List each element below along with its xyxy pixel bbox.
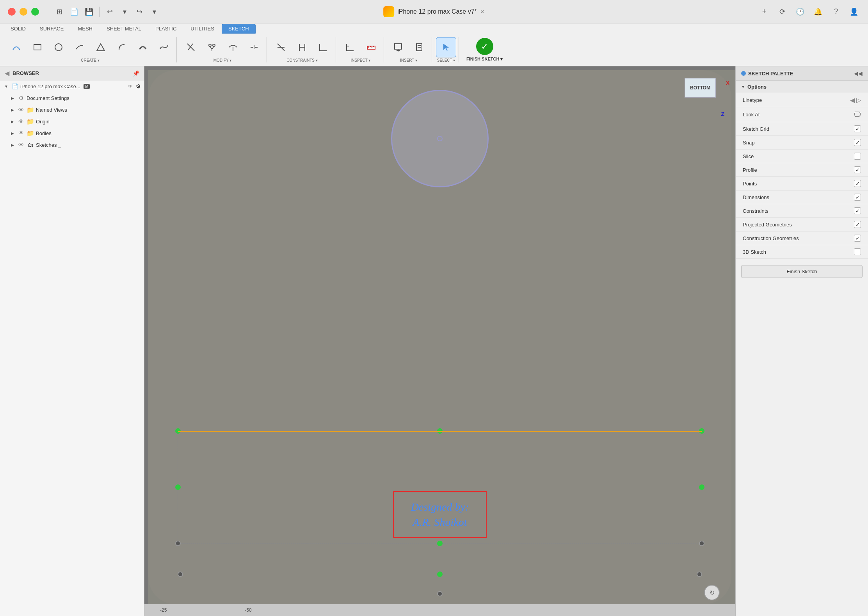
break-tool[interactable] — [244, 37, 264, 57]
tree-item-origin[interactable]: ▶ 👁 📁 Origin — [0, 116, 144, 127]
extend-tool[interactable] — [223, 37, 243, 57]
new-file-icon[interactable]: 📄 — [68, 5, 80, 18]
select-tool[interactable] — [436, 37, 456, 57]
help-icon[interactable]: ? — [830, 5, 842, 18]
undo-dropdown-icon[interactable]: ▾ — [118, 5, 131, 18]
points-checkbox[interactable]: ✓ — [854, 180, 861, 187]
constraints-checkbox[interactable]: ✓ — [854, 207, 861, 214]
inspect-label: INSPECT ▾ — [351, 58, 371, 62]
palette-expand-icon[interactable]: ◀◀ — [854, 70, 863, 77]
browser-back-icon[interactable]: ◀ — [5, 69, 9, 77]
tree-item-doc-settings[interactable]: ▶ ⚙ Document Settings — [0, 92, 144, 104]
3d-sketch-checkbox[interactable] — [854, 248, 861, 255]
tab-sheet-metal[interactable]: SHEET METAL — [100, 24, 148, 34]
finish-sketch-palette-button[interactable]: Finish Sketch — [741, 265, 863, 278]
eye-icon-root[interactable]: 👁 — [128, 84, 133, 89]
tab-sketch[interactable]: SKETCH — [222, 24, 256, 34]
settings-icon-root[interactable]: ⚙ — [136, 83, 141, 89]
arc-tool[interactable] — [6, 37, 27, 57]
tree-item-bodies[interactable]: ▶ 👁 📁 Bodies — [0, 127, 144, 139]
svg-rect-0 — [34, 45, 41, 50]
circle-tool[interactable] — [48, 37, 69, 57]
constraint3-tool[interactable] — [313, 37, 333, 57]
tree-item-sketches[interactable]: ▶ 👁 🗂 Sketches _ — [0, 139, 144, 151]
minimize-button[interactable] — [20, 8, 27, 16]
tree-toggle-named-views[interactable]: ▶ — [9, 107, 16, 113]
handle-br[interactable] — [699, 541, 704, 546]
finish-sketch-button[interactable]: ✓ FINISH SKETCH ▾ — [461, 35, 509, 64]
handle-bottom-l[interactable] — [178, 571, 183, 577]
rectangle-tool[interactable] — [27, 37, 48, 57]
sketch-palette-title: SKETCH PALETTE — [748, 71, 852, 77]
tree-toggle-origin[interactable]: ▶ — [9, 118, 16, 125]
linetype-prev-icon[interactable]: ◀ — [850, 96, 855, 104]
tree-item-root[interactable]: ▼ 📄 iPhone 12 pro max Case... M 👁 ⚙ — [0, 80, 144, 92]
construction-geometries-checkbox[interactable]: ✓ — [854, 235, 861, 242]
linetype-next-icon[interactable]: ▷ — [856, 96, 861, 104]
close-tab-icon[interactable]: ✕ — [480, 9, 485, 15]
redo-dropdown-icon[interactable]: ▾ — [148, 5, 160, 18]
palette-row-points: Points ✓ — [736, 177, 868, 190]
look-at-label: Look At — [743, 112, 854, 118]
grid-icon[interactable]: ⊞ — [53, 5, 66, 18]
tab-solid[interactable]: SOLID — [4, 24, 32, 34]
dimensions-label: Dimensions — [743, 194, 854, 200]
browser-title: BROWSER — [12, 70, 130, 76]
z-axis-label: Z — [721, 111, 724, 117]
save-icon[interactable]: 💾 — [83, 5, 95, 18]
tab-surface[interactable]: SURFACE — [33, 24, 70, 34]
constraint1-tool[interactable] — [271, 37, 291, 57]
handle-bl[interactable] — [175, 541, 181, 546]
dimensions-checkbox[interactable]: ✓ — [854, 194, 861, 201]
projected-geometries-checkbox[interactable]: ✓ — [854, 221, 861, 228]
user-avatar-icon[interactable]: 👤 — [848, 5, 860, 18]
clock-icon[interactable]: 🕐 — [794, 5, 806, 18]
ruler-tool[interactable] — [361, 37, 381, 57]
tree-toggle-sketches[interactable]: ▶ — [9, 142, 16, 148]
scissors-tool[interactable] — [202, 37, 222, 57]
inspect1-tool[interactable] — [340, 37, 360, 57]
palette-options-section[interactable]: ▼ Options — [736, 81, 868, 93]
offset-tool[interactable] — [133, 37, 153, 57]
handle-ml[interactable] — [175, 484, 181, 490]
line-tool[interactable] — [69, 37, 90, 57]
redo-icon[interactable]: ↪ — [133, 5, 146, 18]
fillet-tool[interactable] — [112, 37, 132, 57]
sketch-grid-checkbox[interactable]: ✓ — [854, 125, 861, 132]
slice-checkbox[interactable] — [854, 153, 861, 160]
handle-very-bottom[interactable] — [437, 591, 443, 596]
triangle-tool[interactable] — [91, 37, 111, 57]
reload-icon[interactable]: ⟳ — [776, 5, 788, 18]
canvas-area[interactable]: Designed by: A.R. Shoikot X BOTTOM Z ↻ — [144, 66, 735, 616]
tab-mesh[interactable]: MESH — [71, 24, 99, 34]
tree-toggle-doc[interactable]: ▶ — [9, 95, 16, 101]
handle-mr[interactable] — [699, 484, 704, 490]
selection-top-line — [178, 431, 702, 432]
tree-toggle-root[interactable]: ▼ — [3, 83, 9, 89]
tab-plastic[interactable]: PLASTIC — [149, 24, 183, 34]
maximize-button[interactable] — [31, 8, 39, 16]
constraint2-tool[interactable] — [292, 37, 312, 57]
undo-icon[interactable]: ↩ — [103, 5, 116, 18]
bell-icon[interactable]: 🔔 — [812, 5, 824, 18]
handle-bottom-c[interactable] — [437, 571, 443, 577]
close-button[interactable] — [8, 8, 16, 16]
snap-checkbox[interactable]: ✓ — [854, 139, 861, 146]
tab-utilities[interactable]: UTILITIES — [184, 24, 221, 34]
select-group: SELECT ▾ — [434, 37, 459, 62]
profile-checkbox[interactable]: ✓ — [854, 166, 861, 173]
tree-toggle-bodies[interactable]: ▶ — [9, 130, 16, 136]
insert2-tool[interactable] — [409, 37, 429, 57]
insert1-tool[interactable] — [388, 37, 408, 57]
trim-tool[interactable] — [181, 37, 201, 57]
palette-row-dimensions: Dimensions ✓ — [736, 190, 868, 204]
tree-item-named-views[interactable]: ▶ 👁 📁 Named Views — [0, 104, 144, 116]
bottom-handles-row — [178, 571, 703, 577]
add-tab-icon[interactable]: + — [758, 5, 770, 18]
handle-bc[interactable] — [437, 541, 443, 546]
look-at-icon[interactable]: 🖵 — [854, 110, 861, 119]
navigation-circle[interactable]: ↻ — [704, 585, 720, 600]
spline-tool[interactable] — [154, 37, 174, 57]
browser-pin-icon[interactable]: 📌 — [133, 70, 139, 77]
handle-bottom-r[interactable] — [697, 571, 702, 577]
